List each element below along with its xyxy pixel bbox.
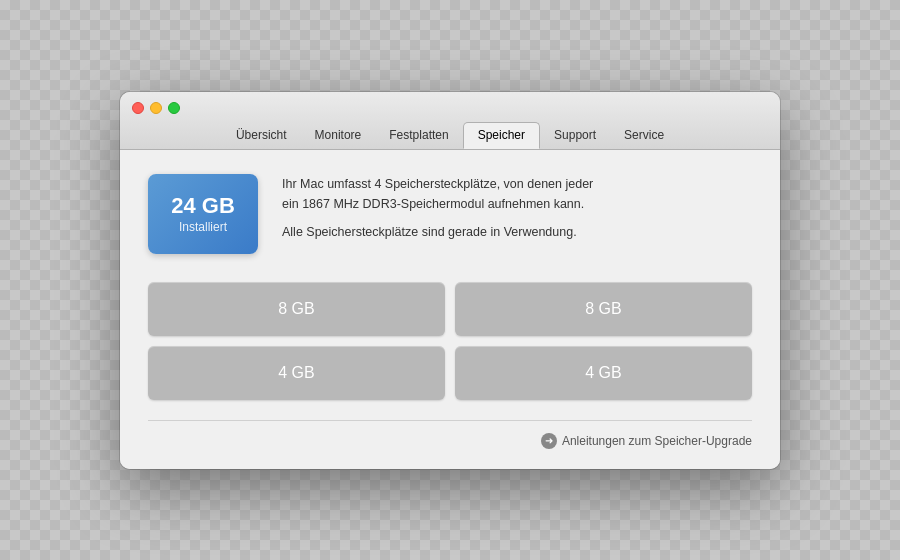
description-line1: Ihr Mac umfasst 4 Speichersteckplätze, v… — [282, 174, 593, 214]
slot-1: 8 GB — [148, 282, 445, 336]
slot-2: 8 GB — [455, 282, 752, 336]
slot-3: 4 GB — [148, 346, 445, 400]
memory-badge: 24 GB Installiert — [148, 174, 258, 254]
content-area: 24 GB Installiert Ihr Mac umfasst 4 Spei… — [120, 150, 780, 469]
memory-amount: 24 GB — [171, 193, 235, 219]
tab-bar: Übersicht Monitore Festplatten Speicher … — [222, 122, 678, 149]
tab-service[interactable]: Service — [610, 122, 678, 149]
tab-speicher[interactable]: Speicher — [463, 122, 540, 149]
main-window: Übersicht Monitore Festplatten Speicher … — [120, 92, 780, 469]
tab-support[interactable]: Support — [540, 122, 610, 149]
footer: ➜ Anleitungen zum Speicher-Upgrade — [148, 420, 752, 449]
tab-ubersicht[interactable]: Übersicht — [222, 122, 301, 149]
minimize-button[interactable] — [150, 102, 162, 114]
tab-festplatten[interactable]: Festplatten — [375, 122, 462, 149]
top-section: 24 GB Installiert Ihr Mac umfasst 4 Spei… — [148, 174, 752, 254]
tab-monitore[interactable]: Monitore — [301, 122, 376, 149]
slot-4: 4 GB — [455, 346, 752, 400]
slots-grid: 8 GB 8 GB 4 GB 4 GB — [148, 282, 752, 400]
traffic-lights — [132, 102, 180, 114]
memory-installed-label: Installiert — [179, 220, 227, 234]
maximize-button[interactable] — [168, 102, 180, 114]
upgrade-link[interactable]: ➜ Anleitungen zum Speicher-Upgrade — [541, 433, 752, 449]
description-text: Ihr Mac umfasst 4 Speichersteckplätze, v… — [282, 174, 593, 242]
titlebar: Übersicht Monitore Festplatten Speicher … — [120, 92, 780, 150]
description-line3: Alle Speichersteckplätze sind gerade in … — [282, 222, 593, 242]
arrow-icon: ➜ — [541, 433, 557, 449]
upgrade-link-label: Anleitungen zum Speicher-Upgrade — [562, 434, 752, 448]
close-button[interactable] — [132, 102, 144, 114]
